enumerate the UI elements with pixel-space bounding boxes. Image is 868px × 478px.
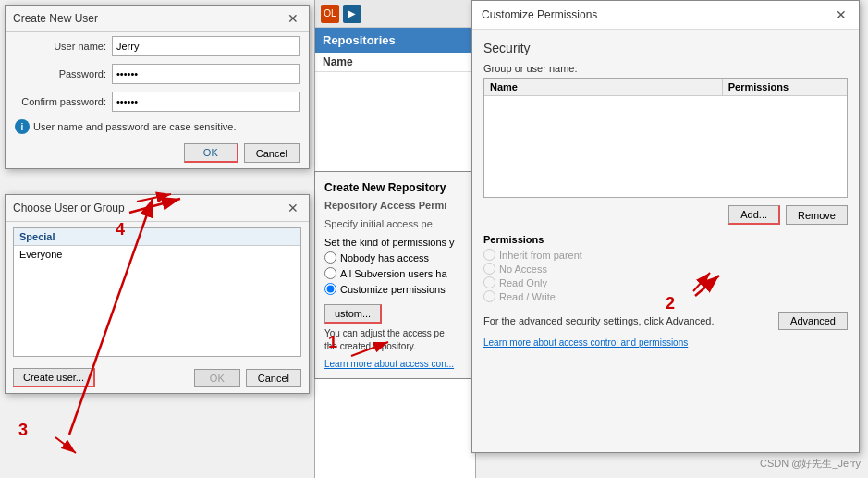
confirm-password-input[interactable] bbox=[112, 92, 300, 112]
username-input[interactable] bbox=[112, 36, 300, 56]
create-user-dialog: Create New User ✕ User name: Password: C… bbox=[5, 5, 310, 169]
choose-list: Special Everyone bbox=[13, 227, 301, 357]
repos-col-header: Name bbox=[315, 53, 475, 72]
add-remove-row: Add... Remove bbox=[483, 205, 848, 225]
customize-title: Customize Permissions bbox=[482, 8, 597, 21]
toolbar-icon2: ▶ bbox=[343, 5, 361, 23]
advanced-button[interactable]: Advanced bbox=[778, 312, 848, 330]
info-text: User name and password are case sensitiv… bbox=[33, 121, 237, 132]
table-body bbox=[484, 96, 847, 189]
choose-title: Choose User or Group bbox=[13, 202, 125, 214]
advanced-row: For the advanced security settings, clic… bbox=[483, 312, 848, 330]
permissions-section: Permissions Inherit from parent No Acces… bbox=[483, 234, 848, 302]
create-user-close-button[interactable]: ✕ bbox=[285, 10, 301, 27]
confirm-password-label: Confirm password: bbox=[15, 96, 112, 107]
repos-header: Repositories bbox=[315, 28, 475, 53]
create-user-title: Create New User bbox=[13, 12, 98, 25]
radio-all-users[interactable]: All Subversion users ha bbox=[324, 267, 489, 279]
table-permissions-header: Permissions bbox=[723, 79, 847, 95]
create-user-button[interactable]: Create user... bbox=[13, 368, 95, 387]
radio-nobody[interactable]: Nobody has access bbox=[324, 251, 489, 264]
choose-buttons: Create user... OK Cancel bbox=[6, 362, 309, 393]
table-header: Name Permissions bbox=[484, 79, 847, 96]
permissions-section-label: Permissions bbox=[483, 234, 848, 245]
choose-user-group-dialog: Choose User or Group ✕ Special Everyone … bbox=[5, 194, 310, 394]
choose-list-header: Special bbox=[14, 228, 300, 246]
radio-customize[interactable]: Customize permissions bbox=[324, 283, 489, 295]
set-permissions-label: Set the kind of permissions y bbox=[324, 237, 489, 248]
list-item[interactable]: Everyone bbox=[14, 246, 300, 263]
choose-cancel-button[interactable]: Cancel bbox=[246, 369, 301, 387]
advanced-label: For the advanced security settings, clic… bbox=[483, 315, 714, 326]
learn-more-link[interactable]: Learn more about access con... bbox=[324, 359, 489, 369]
password-row: Password: bbox=[6, 60, 309, 88]
choose-ok-button[interactable]: OK bbox=[194, 369, 240, 387]
remove-button[interactable]: Remove bbox=[786, 205, 848, 225]
password-input[interactable] bbox=[112, 64, 300, 84]
name-permissions-table: Name Permissions bbox=[483, 78, 848, 198]
create-user-buttons: OK Cancel bbox=[6, 138, 309, 168]
learn-more-permissions-link[interactable]: Learn more about access control and perm… bbox=[483, 337, 848, 348]
customize-close-button[interactable]: ✕ bbox=[833, 6, 850, 23]
confirm-password-row: Confirm password: bbox=[6, 88, 309, 116]
info-icon: i bbox=[15, 119, 30, 134]
customize-titlebar: Customize Permissions ✕ bbox=[472, 1, 859, 30]
repos-toolbar: OL ▶ bbox=[315, 0, 475, 28]
table-name-header: Name bbox=[484, 79, 723, 95]
toolbar-icon1: OL bbox=[321, 5, 339, 23]
read-only-radio[interactable]: Read Only bbox=[483, 276, 848, 288]
password-label: Password: bbox=[15, 68, 112, 80]
username-label: User name: bbox=[15, 41, 112, 52]
security-section-title: Security bbox=[483, 41, 848, 55]
create-repo-title: Create New Repository bbox=[324, 181, 489, 194]
create-user-ok-button[interactable]: OK bbox=[184, 143, 238, 163]
create-repo-detail: Specify initial access pe bbox=[324, 218, 489, 229]
ok-cancel-group: OK Cancel bbox=[194, 369, 301, 387]
info-row: i User name and password are case sensit… bbox=[6, 116, 309, 138]
username-row: User name: bbox=[6, 32, 309, 60]
adjust-text: You can adjust the access pethe created … bbox=[324, 327, 489, 353]
no-access-radio[interactable]: No Access bbox=[483, 263, 848, 275]
create-user-titlebar: Create New User ✕ bbox=[6, 6, 309, 32]
watermark: CSDN @好先生_Jerry bbox=[760, 457, 861, 471]
customize-permissions-dialog: Customize Permissions ✕ Security Group o… bbox=[471, 0, 860, 453]
group-user-label: Group or user name: bbox=[483, 63, 848, 74]
custom-button[interactable]: ustom... bbox=[324, 304, 382, 324]
create-user-cancel-button[interactable]: Cancel bbox=[244, 143, 300, 163]
choose-titlebar: Choose User or Group ✕ bbox=[6, 195, 309, 222]
choose-close-button[interactable]: ✕ bbox=[285, 200, 301, 216]
customize-content: Security Group or user name: Name Permis… bbox=[472, 30, 859, 359]
add-button[interactable]: Add... bbox=[728, 205, 780, 225]
create-repo-subtitle: Repository Access Permi bbox=[324, 200, 489, 211]
inherit-radio[interactable]: Inherit from parent bbox=[483, 249, 848, 261]
read-write-radio[interactable]: Read / Write bbox=[483, 290, 848, 302]
